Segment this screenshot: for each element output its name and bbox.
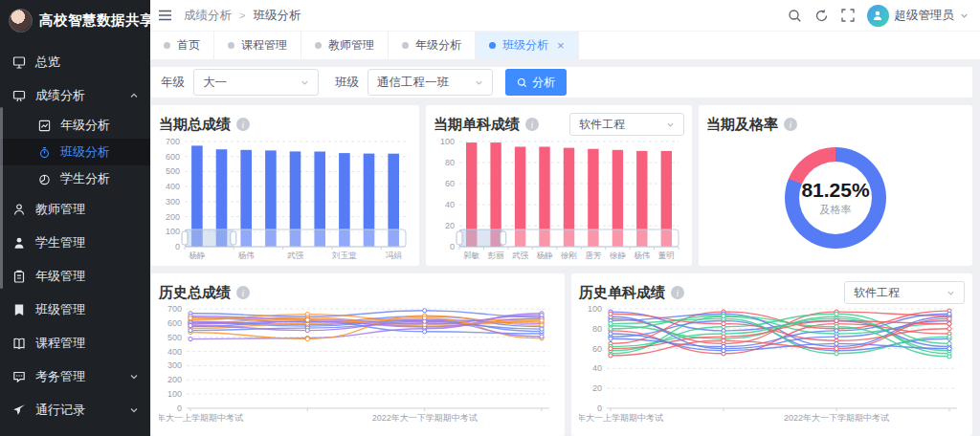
class-mgmt-icon — [11, 303, 27, 316]
sidebar-item-label: 学生分析 — [60, 170, 110, 187]
analyze-button-label: 分析 — [532, 75, 555, 91]
card-title: 当期总成绩 — [159, 116, 231, 134]
class-select[interactable]: 通信工程一班 — [368, 69, 493, 96]
subject-select[interactable]: 软件工程 — [569, 113, 684, 136]
sidebar-item-exam-mgmt[interactable]: 考务管理 — [0, 360, 150, 393]
user-avatar — [867, 5, 889, 27]
chevron-down-icon — [666, 120, 675, 129]
tab-dot-icon — [402, 42, 409, 49]
sidebar-item-student-analysis[interactable]: 学生分析 — [0, 165, 150, 192]
history-subject-line-chart[interactable]: 0204060801002021年大一上学期期中考试2022年大一下学期期中考试 — [579, 304, 965, 425]
svg-text:300: 300 — [166, 197, 180, 207]
student-icon — [11, 236, 27, 250]
pass-rate-donut-chart: 81.25% 及格率 — [785, 147, 886, 249]
sidebar-item-course-mgmt[interactable]: 课程管理 — [0, 326, 150, 360]
sidebar-item-class-mgmt[interactable]: 班级管理 — [0, 293, 150, 326]
sidebar-item-grade-mgmt[interactable]: 年级管理 — [0, 259, 150, 293]
svg-text:100: 100 — [588, 304, 602, 314]
tab-class-analysis[interactable]: 班级分析× — [476, 32, 579, 59]
svg-text:60: 60 — [445, 179, 455, 188]
card-title: 当期及格率 — [706, 116, 778, 134]
svg-text:徐静: 徐静 — [610, 251, 627, 260]
info-icon: i — [525, 118, 539, 131]
card-title: 当期单科成绩 — [434, 116, 520, 134]
svg-text:500: 500 — [167, 333, 182, 342]
tab-label: 班级分析 — [502, 37, 548, 54]
sidebar-item-label: 成绩分析 — [35, 87, 85, 104]
subject-select-value: 软件工程 — [579, 117, 625, 133]
history-total-line-chart[interactable]: 01002003004005006007002021年大一上学期期中考试2022… — [159, 304, 557, 425]
svg-text:唐芳: 唐芳 — [585, 251, 602, 260]
svg-text:20: 20 — [445, 221, 455, 230]
tab-home[interactable]: 首页 — [150, 32, 214, 59]
svg-text:郭敏: 郭敏 — [463, 251, 480, 260]
current-total-bar-chart[interactable]: 0100200300400500600700杨静杨伟武强刘玉堂冯娟 — [159, 136, 412, 262]
sidebar-item-teacher-mgmt[interactable]: 教师管理 — [0, 192, 150, 226]
sidebar-item-class-analysis[interactable]: 班级分析 — [0, 139, 150, 165]
score-analysis-icon — [11, 89, 27, 102]
svg-text:杨伟: 杨伟 — [238, 251, 256, 260]
sidebar-submenu-score-analysis: 年级分析 班级分析 学生分析 — [0, 112, 150, 192]
svg-text:40: 40 — [592, 363, 602, 373]
dashboard-icon — [11, 55, 27, 69]
cards-row-2: 历史总成绩 i 01002003004005006007002021年大一上学期… — [151, 273, 972, 436]
cards-row-1: 当期总成绩 i 0100200300400500600700杨静杨伟武强刘玉堂冯… — [151, 105, 972, 266]
collapse-sidebar-icon[interactable] — [158, 10, 172, 21]
close-tab-icon[interactable]: × — [557, 38, 565, 53]
analyze-button[interactable]: 分析 — [505, 69, 567, 96]
user-menu[interactable]: 超级管理员 — [867, 5, 969, 27]
tab-dot-icon — [164, 42, 170, 49]
svg-text:武强: 武强 — [512, 251, 529, 260]
sidebar-scrollbar[interactable] — [0, 107, 3, 289]
breadcrumb-current: 班级分析 — [253, 8, 301, 24]
svg-text:董明: 董明 — [657, 251, 675, 260]
sidebar-item-overview[interactable]: 总览 — [0, 45, 150, 78]
card-title: 历史单科成绩 — [579, 284, 665, 302]
svg-text:100: 100 — [440, 137, 455, 146]
info-icon: i — [236, 286, 250, 299]
sidebar-item-label: 通行记录 — [35, 402, 85, 419]
pass-rate-value: 81.25% — [801, 179, 869, 202]
search-icon[interactable] — [788, 9, 802, 23]
svg-text:冯娟: 冯娟 — [386, 251, 402, 260]
app-logo-avatar — [9, 9, 33, 33]
history-subject-score-card: 历史单科成绩 i 软件工程 0204060801002021年大一上学期期中考试… — [571, 273, 972, 436]
current-subject-bar-chart[interactable]: 020406080100郭敏彭丽武强杨静徐刚唐芳徐静杨伟董明 — [434, 136, 684, 262]
sidebar-item-label: 班级分析 — [60, 143, 110, 161]
grade-select[interactable]: 大一 — [193, 69, 319, 96]
filter-bar: 年级 大一 班级 通信工程一班 分析 — [151, 67, 972, 98]
svg-text:刘玉堂: 刘玉堂 — [331, 251, 357, 260]
class-analysis-icon — [36, 146, 52, 159]
grade-filter-label: 年级 — [161, 75, 185, 91]
svg-text:彭丽: 彭丽 — [488, 251, 505, 260]
main-area: 成绩分析 > 班级分析 超级管理员 首页 课程管理 教师管理 年级分析 班级分析… — [150, 0, 980, 436]
tab-label: 年级分析 — [415, 37, 461, 54]
tab-course-mgmt[interactable]: 课程管理 — [214, 32, 301, 59]
subject-select[interactable]: 软件工程 — [844, 281, 965, 304]
chevron-up-icon — [129, 91, 139, 100]
svg-text:400: 400 — [167, 347, 182, 357]
tab-grade-analysis[interactable]: 年级分析 — [389, 32, 476, 59]
sidebar-item-score-analysis[interactable]: 成绩分析 — [0, 78, 150, 112]
sidebar-item-grade-analysis[interactable]: 年级分析 — [0, 112, 150, 139]
breadcrumb-parent[interactable]: 成绩分析 — [184, 8, 232, 24]
sidebar-item-access-records[interactable]: 通行记录 — [0, 393, 150, 426]
svg-text:2022年大一下学期期中考试: 2022年大一下学期期中考试 — [784, 413, 889, 423]
teacher-icon — [11, 203, 27, 216]
tab-dot-icon — [315, 42, 322, 49]
sidebar-item-student-mgmt[interactable]: 学生管理 — [0, 226, 150, 259]
tab-teacher-mgmt[interactable]: 教师管理 — [301, 32, 389, 59]
top-bar: 成绩分析 > 班级分析 超级管理员 — [150, 0, 980, 31]
grade-mgmt-icon — [11, 270, 27, 283]
sidebar-item-label: 年级管理 — [35, 268, 85, 285]
app-title: 高校智慧数据共享平台 — [39, 11, 150, 30]
refresh-icon[interactable] — [814, 9, 829, 23]
sidebar-item-label: 教师管理 — [35, 201, 85, 218]
sidebar-item-label: 学生管理 — [35, 234, 85, 251]
fullscreen-icon[interactable] — [841, 9, 855, 22]
class-select-value: 通信工程一班 — [377, 75, 449, 91]
chevron-down-icon — [301, 78, 309, 87]
class-filter-label: 班级 — [335, 75, 359, 91]
svg-text:武强: 武强 — [287, 251, 304, 260]
svg-text:600: 600 — [166, 152, 180, 162]
